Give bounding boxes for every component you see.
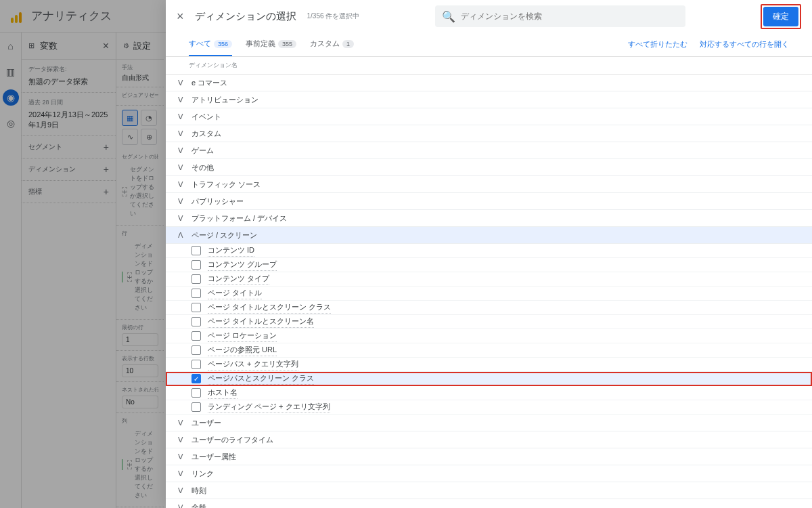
chevron-down-icon: ᐯ bbox=[177, 419, 185, 427]
tab-predefined[interactable]: 事前定義355 bbox=[246, 33, 296, 56]
dimension-item[interactable]: ページ タイトル bbox=[166, 287, 812, 301]
dialog-subtitle: 1/356 件を選択中 bbox=[307, 12, 360, 21]
dialog-title: ディメンションの選択 bbox=[195, 10, 296, 23]
item-label: ランディング ページ + クエリ文字列 bbox=[208, 402, 330, 413]
checkbox[interactable] bbox=[191, 274, 201, 284]
dimension-group[interactable]: ᐯユーザー属性 bbox=[166, 448, 812, 465]
chevron-down-icon: ᐯ bbox=[177, 503, 185, 509]
checkbox[interactable] bbox=[191, 289, 201, 298]
dimension-group[interactable]: ᐯトラフィック ソース bbox=[166, 176, 812, 193]
group-label: アトリビューション bbox=[191, 95, 258, 105]
group-label: ユーザー属性 bbox=[191, 452, 236, 462]
group-label: ページ / スクリーン bbox=[191, 230, 257, 240]
chevron-down-icon: ᐯ bbox=[177, 469, 185, 478]
item-label: ページパスとスクリーン クラス bbox=[208, 373, 314, 385]
confirm-highlight: 確定 bbox=[761, 4, 801, 29]
chevron-down-icon: ᐯ bbox=[177, 452, 185, 461]
group-label: ゲーム bbox=[191, 146, 214, 156]
search-icon: 🔍 bbox=[442, 10, 455, 23]
item-label: ページの参照元 URL bbox=[208, 345, 277, 356]
dimension-item[interactable]: ページパス + クエリ文字列 bbox=[166, 358, 812, 372]
item-label: コンテンツ ID bbox=[208, 245, 254, 257]
dimension-item[interactable]: コンテンツ ID bbox=[166, 244, 812, 258]
dimension-item[interactable]: ページ ロケーション bbox=[166, 329, 812, 343]
checkbox[interactable] bbox=[191, 345, 201, 355]
dimension-group[interactable]: ᐯe コマース bbox=[166, 75, 812, 91]
dimension-group[interactable]: ᐯ時刻 bbox=[166, 482, 812, 499]
group-label: ユーザー bbox=[191, 418, 221, 428]
checkbox[interactable] bbox=[191, 260, 201, 270]
dimension-group[interactable]: ᐯパブリッシャー bbox=[166, 193, 812, 210]
dimension-item[interactable]: ホスト名 bbox=[166, 386, 812, 400]
group-label: イベント bbox=[191, 112, 221, 122]
group-label: その他 bbox=[191, 163, 214, 173]
item-label: ページ ロケーション bbox=[208, 331, 277, 342]
search-box[interactable]: 🔍 bbox=[435, 5, 685, 27]
dimension-group[interactable]: ᐯリンク bbox=[166, 465, 812, 482]
chevron-down-icon: ᐯ bbox=[177, 197, 185, 206]
expand-all-link[interactable]: 対応するすべての行を開く bbox=[700, 39, 789, 49]
chevron-down-icon: ᐯ bbox=[177, 163, 185, 172]
chevron-down-icon: ᐯ bbox=[177, 486, 185, 495]
chevron-down-icon: ᐯ bbox=[177, 96, 185, 104]
dimension-group[interactable]: ᐯプラットフォーム / デバイス bbox=[166, 210, 812, 227]
tab-all[interactable]: すべて356 bbox=[189, 33, 232, 56]
dimension-group[interactable]: ᐯカスタム bbox=[166, 125, 812, 142]
chevron-up-icon: ᐱ bbox=[177, 231, 185, 240]
checkbox[interactable] bbox=[191, 360, 201, 369]
group-label: 時刻 bbox=[191, 486, 206, 496]
checkbox[interactable]: ✓ bbox=[191, 374, 201, 383]
dialog-body: ᐯe コマースᐯアトリビューションᐯイベントᐯカスタムᐯゲームᐯその他ᐯトラフィ… bbox=[166, 75, 812, 508]
search-input[interactable] bbox=[461, 12, 679, 21]
dimension-item[interactable]: ✓ページパスとスクリーン クラス bbox=[166, 372, 812, 386]
checkbox[interactable] bbox=[191, 246, 201, 255]
tab-custom[interactable]: カスタム1 bbox=[310, 33, 354, 56]
dimension-group[interactable]: ᐱページ / スクリーン bbox=[166, 227, 812, 244]
group-label: パブリッシャー bbox=[191, 196, 244, 207]
item-label: ホスト名 bbox=[208, 387, 238, 399]
confirm-button[interactable]: 確定 bbox=[763, 7, 798, 26]
checkbox[interactable] bbox=[191, 331, 201, 341]
group-label: e コマース bbox=[191, 78, 227, 88]
dimension-group[interactable]: ᐯユーザーのライフタイム bbox=[166, 431, 812, 448]
chevron-down-icon: ᐯ bbox=[177, 79, 185, 87]
checkbox[interactable] bbox=[191, 303, 201, 312]
group-label: 全般 bbox=[191, 503, 206, 509]
group-label: プラットフォーム / デバイス bbox=[191, 213, 287, 224]
dimension-group[interactable]: ᐯアトリビューション bbox=[166, 91, 812, 108]
collapse-all-link[interactable]: すべて折りたたむ bbox=[628, 39, 687, 49]
dimension-item[interactable]: ランディング ページ + クエリ文字列 bbox=[166, 400, 812, 415]
dimension-group[interactable]: ᐯ全般 bbox=[166, 499, 812, 508]
group-label: カスタム bbox=[191, 129, 221, 139]
dimension-group[interactable]: ᐯゲーム bbox=[166, 142, 812, 159]
item-label: ページ タイトル bbox=[208, 288, 262, 299]
item-label: ページ タイトルとスクリーン名 bbox=[208, 316, 314, 328]
checkbox[interactable] bbox=[191, 317, 201, 326]
dimension-item[interactable]: ページ タイトルとスクリーン名 bbox=[166, 315, 812, 329]
group-label: ユーザーのライフタイム bbox=[191, 435, 273, 445]
dimension-item[interactable]: ページの参照元 URL bbox=[166, 343, 812, 358]
group-label: リンク bbox=[191, 469, 214, 479]
dimension-group[interactable]: ᐯその他 bbox=[166, 159, 812, 176]
chevron-down-icon: ᐯ bbox=[177, 214, 185, 223]
item-label: ページ タイトルとスクリーン クラス bbox=[208, 302, 331, 314]
dimension-picker-dialog: × ディメンションの選択 1/356 件を選択中 🔍 確定 すべて356 事前定… bbox=[166, 0, 812, 508]
item-label: コンテンツ タイプ bbox=[208, 274, 269, 285]
chevron-down-icon: ᐯ bbox=[177, 436, 185, 444]
chevron-down-icon: ᐯ bbox=[177, 112, 185, 121]
item-label: ページパス + クエリ文字列 bbox=[208, 359, 298, 371]
dimension-item[interactable]: コンテンツ タイプ bbox=[166, 272, 812, 287]
dimension-item[interactable]: コンテンツ グループ bbox=[166, 258, 812, 272]
column-header: ディメンション名 bbox=[166, 57, 812, 75]
chevron-down-icon: ᐯ bbox=[177, 180, 185, 189]
dimension-group[interactable]: ᐯユーザー bbox=[166, 415, 812, 431]
dimension-item[interactable]: ページ タイトルとスクリーン クラス bbox=[166, 301, 812, 315]
dimension-group[interactable]: ᐯイベント bbox=[166, 108, 812, 125]
group-label: トラフィック ソース bbox=[191, 179, 261, 190]
dialog-tabs: すべて356 事前定義355 カスタム1 すべて折りたたむ 対応するすべての行を… bbox=[166, 33, 812, 57]
close-icon[interactable]: × bbox=[177, 9, 184, 24]
checkbox[interactable] bbox=[191, 402, 201, 412]
item-label: コンテンツ グループ bbox=[208, 259, 277, 271]
checkbox[interactable] bbox=[191, 388, 201, 398]
chevron-down-icon: ᐯ bbox=[177, 129, 185, 138]
